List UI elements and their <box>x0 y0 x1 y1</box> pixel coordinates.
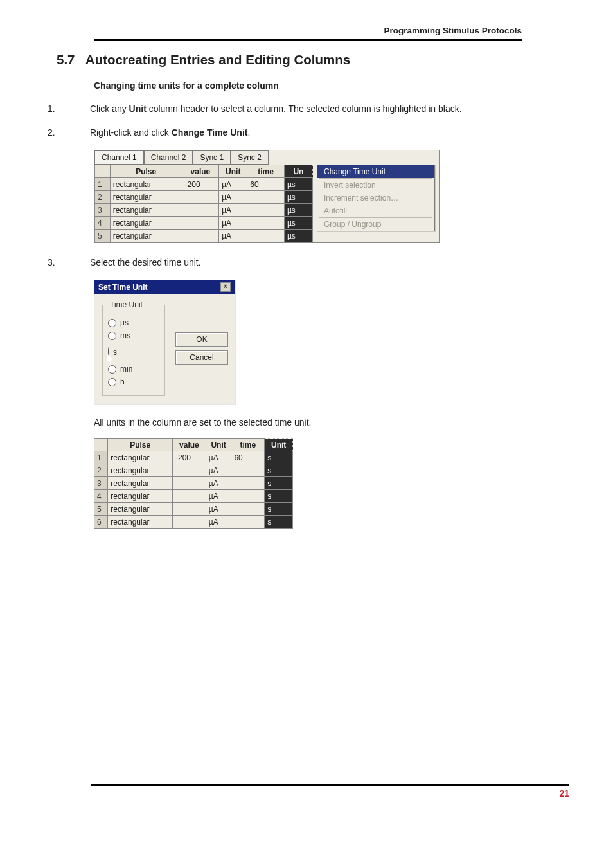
table-row[interactable]: 6rectangularµAs <box>94 516 293 529</box>
section-title: 5.7 Autocreating Entries and Editing Col… <box>57 52 522 68</box>
radio-icon <box>108 347 109 357</box>
step-text: Right-click and click Change Time Unit. <box>90 127 250 138</box>
menu-group-ungroup[interactable]: Group / Ungroup <box>317 218 434 231</box>
grid-with-context-menu: Channel 1 Channel 2 Sync 1 Sync 2 Pulse … <box>94 150 440 243</box>
table-row[interactable]: 3rectangularµAµs <box>95 204 313 217</box>
table-row[interactable]: 2rectangularµAµs <box>95 191 313 204</box>
dialog-titlebar: Set Time Unit × <box>94 280 235 294</box>
radio-icon <box>108 319 116 327</box>
radio-us[interactable]: µs <box>108 318 158 327</box>
pulse-grid-2[interactable]: Pulse value Unit time Unit 1rectangular-… <box>94 438 293 529</box>
table-row[interactable]: 2rectangularµAs <box>94 464 293 477</box>
radio-icon <box>108 378 116 386</box>
step-text: Select the desired time unit. <box>90 257 201 267</box>
table-row[interactable]: 3rectangularµAs <box>94 477 293 490</box>
col-time[interactable]: time <box>231 439 265 451</box>
context-menu: Change Time Unit Invert selection Increm… <box>317 165 435 231</box>
step-num: 3. <box>71 256 87 269</box>
tab-channel-2[interactable]: Channel 2 <box>144 150 193 165</box>
radio-s[interactable]: s <box>108 348 117 357</box>
col-unit2-selected[interactable]: Un <box>284 165 312 178</box>
radio-ms[interactable]: ms <box>108 331 158 340</box>
section-heading: Autocreating Entries and Editing Columns <box>85 52 350 67</box>
radio-h[interactable]: h <box>108 377 158 386</box>
cancel-button[interactable]: Cancel <box>175 350 228 365</box>
dialog-title: Set Time Unit <box>98 283 147 292</box>
table-row[interactable]: 5rectangularµAs <box>94 503 293 516</box>
col-corner <box>95 165 111 178</box>
after-dialog-text: All units in the column are set to the s… <box>94 417 522 428</box>
col-pulse[interactable]: Pulse <box>108 439 173 451</box>
fieldset-legend: Time Unit <box>108 300 145 309</box>
radio-icon <box>108 365 116 374</box>
table-row[interactable]: 1rectangular-200µA60s <box>94 451 293 464</box>
radio-min[interactable]: min <box>108 365 158 374</box>
close-icon[interactable]: × <box>220 282 231 292</box>
tab-sync-1[interactable]: Sync 1 <box>193 150 231 165</box>
sub-title: Changing time units for a complete colum… <box>94 80 522 91</box>
tab-sync-2[interactable]: Sync 2 <box>231 150 269 165</box>
page-header: Programming Stimulus Protocols <box>94 26 522 41</box>
col-value[interactable]: value <box>182 165 219 178</box>
col-unit[interactable]: Unit <box>206 439 231 451</box>
menu-change-time-unit[interactable]: Change Time Unit <box>317 165 434 178</box>
step-num: 1. <box>71 102 87 116</box>
step-1: 1. Click any Unit column header to selec… <box>69 102 522 116</box>
table-row[interactable]: 4rectangularµAµs <box>95 217 313 230</box>
tab-bar: Channel 1 Channel 2 Sync 1 Sync 2 <box>94 150 439 165</box>
col-value[interactable]: value <box>172 439 206 451</box>
step-2: 2. Right-click and click Change Time Uni… <box>69 126 522 140</box>
radio-icon <box>108 332 116 340</box>
section-number: 5.7 <box>57 52 75 67</box>
menu-autofill[interactable]: Autofill <box>317 204 434 217</box>
time-unit-fieldset: Time Unit µs ms s min h <box>102 300 165 396</box>
pulse-grid-1[interactable]: Pulse value Unit time Un 1rectangular-20… <box>94 165 313 242</box>
col-unit[interactable]: Unit <box>219 165 247 178</box>
set-time-unit-dialog: Set Time Unit × Time Unit µs ms s min h … <box>94 280 235 404</box>
menu-invert-selection[interactable]: Invert selection <box>317 179 434 192</box>
ok-button[interactable]: OK <box>175 332 228 347</box>
step-3: 3. Select the desired time unit. <box>69 256 522 269</box>
step-text: Click any Unit column header to select a… <box>90 104 462 114</box>
table-row[interactable]: 4rectangularµAs <box>94 490 293 503</box>
menu-increment-selection[interactable]: Increment selection… <box>317 192 434 204</box>
col-unit2-selected[interactable]: Unit <box>265 439 293 451</box>
tab-channel-1[interactable]: Channel 1 <box>94 150 144 165</box>
step-num: 2. <box>71 126 87 140</box>
table-row[interactable]: 5rectangularµAµs <box>95 230 313 242</box>
table-row[interactable]: 1rectangular-200µA60µs <box>95 178 313 191</box>
page-number: 21 <box>91 784 569 799</box>
col-pulse[interactable]: Pulse <box>110 165 182 178</box>
col-corner <box>94 439 108 451</box>
col-time[interactable]: time <box>247 165 285 178</box>
